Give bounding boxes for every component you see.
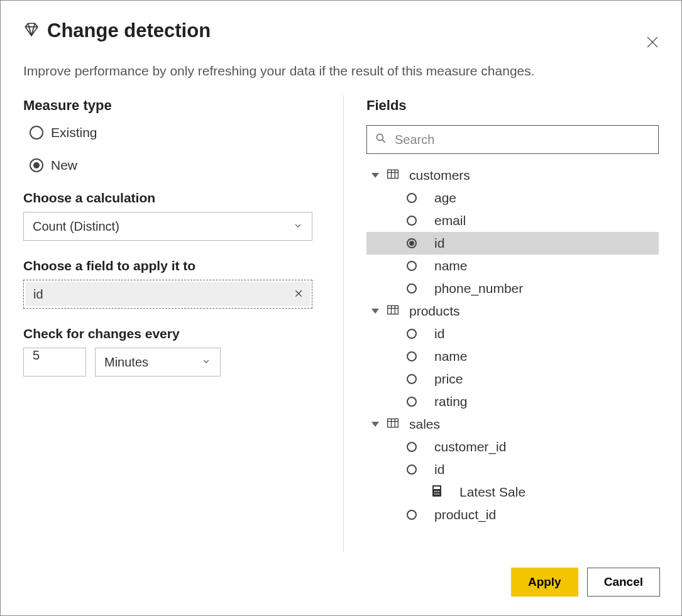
svg-point-27 <box>438 491 439 492</box>
field-bullet-icon <box>407 329 417 339</box>
dialog-subtitle: Improve performance by only refreshing y… <box>23 63 659 79</box>
table-row[interactable]: customers <box>366 164 659 187</box>
field-bullet-icon <box>407 238 417 248</box>
field-name: id <box>434 236 444 251</box>
field-bullet-icon <box>407 374 417 384</box>
calculation-select[interactable]: Count (Distinct) <box>23 212 312 241</box>
field-row[interactable]: id <box>366 232 659 255</box>
radio-new[interactable]: New <box>30 158 321 173</box>
field-row[interactable]: name <box>366 345 659 368</box>
interval-value-input[interactable]: 5 <box>23 348 86 377</box>
field-bullet-icon <box>407 465 417 475</box>
field-bullet-icon <box>407 216 417 226</box>
field-name: customer_id <box>434 439 506 454</box>
cancel-button[interactable]: Cancel <box>587 568 660 597</box>
field-row[interactable]: id <box>366 458 659 481</box>
svg-point-29 <box>436 493 437 495</box>
field-bullet-icon <box>407 510 417 520</box>
field-bullet-icon <box>407 193 417 203</box>
radio-label: Existing <box>51 125 97 140</box>
svg-point-30 <box>438 493 439 495</box>
svg-rect-11 <box>388 170 399 178</box>
svg-rect-24 <box>434 487 440 489</box>
radio-existing[interactable]: Existing <box>30 125 321 140</box>
left-panel: Measure type Existing New Choose a calcu… <box>23 95 344 553</box>
collapse-icon <box>371 309 379 314</box>
field-bullet-icon <box>407 442 417 452</box>
table-name: sales <box>409 417 440 432</box>
fields-panel: Fields customersageemailidnamephone_numb… <box>344 95 659 553</box>
table-row[interactable]: sales <box>366 413 659 436</box>
table-icon <box>387 168 399 183</box>
apply-button[interactable]: Apply <box>511 568 578 597</box>
measure-type-radios: Existing New <box>30 125 321 173</box>
chevron-down-icon <box>201 355 211 370</box>
svg-point-25 <box>434 491 436 492</box>
dialog-footer: Apply Cancel <box>1 553 681 615</box>
field-name: id <box>434 462 444 477</box>
table-icon <box>387 417 399 432</box>
field-row[interactable]: Latest Sale <box>366 481 659 503</box>
chevron-down-icon <box>293 219 303 234</box>
calculation-value: Count (Distinct) <box>33 219 119 234</box>
svg-rect-19 <box>388 419 399 427</box>
field-name: phone_number <box>434 281 523 296</box>
interval-unit-select[interactable]: Minutes <box>95 348 221 377</box>
field-row[interactable]: email <box>366 209 659 232</box>
interval-unit-value: Minutes <box>104 355 148 370</box>
radio-icon <box>30 126 43 140</box>
fields-search[interactable] <box>366 125 659 154</box>
field-name: Latest Sale <box>459 485 525 500</box>
table-name: customers <box>409 168 470 183</box>
measure-type-label: Measure type <box>23 97 321 114</box>
dialog-title: Change detection <box>47 19 211 42</box>
check-interval-label: Check for changes every <box>23 326 321 341</box>
field-row[interactable]: product_id <box>366 503 659 526</box>
apply-field-dropzone[interactable]: id <box>23 280 312 309</box>
apply-field-label: Choose a field to apply it to <box>23 258 321 273</box>
field-name: product_id <box>434 507 496 522</box>
field-name: price <box>434 371 463 387</box>
field-row[interactable]: price <box>366 368 659 390</box>
field-row[interactable]: customer_id <box>366 436 659 458</box>
field-row[interactable]: name <box>366 255 659 277</box>
apply-field-chip: id <box>26 282 310 306</box>
field-name: name <box>434 349 468 364</box>
field-bullet-icon <box>407 397 417 407</box>
change-detection-dialog: Change detection Improve performance by … <box>0 0 682 616</box>
fields-tree[interactable]: customersageemailidnamephone_numberprodu… <box>366 164 659 553</box>
fields-search-input[interactable] <box>393 132 651 148</box>
field-name: age <box>434 190 456 206</box>
field-bullet-icon <box>407 283 417 294</box>
svg-point-9 <box>377 134 383 140</box>
radio-icon <box>30 158 43 172</box>
measure-icon <box>432 485 442 500</box>
field-name: id <box>434 326 444 341</box>
svg-point-28 <box>434 493 436 495</box>
field-row[interactable]: age <box>366 187 659 209</box>
table-name: products <box>409 304 460 319</box>
collapse-icon <box>371 422 379 427</box>
field-bullet-icon <box>407 261 417 271</box>
apply-field-value: id <box>33 287 43 302</box>
close-button[interactable] <box>645 35 660 52</box>
field-name: name <box>434 258 468 273</box>
collapse-icon <box>371 173 379 178</box>
radio-label: New <box>51 158 77 173</box>
fields-label: Fields <box>366 97 659 114</box>
field-bullet-icon <box>407 351 417 361</box>
field-name: email <box>434 213 466 228</box>
field-row[interactable]: id <box>366 322 659 345</box>
svg-line-10 <box>382 140 385 143</box>
svg-point-26 <box>436 491 437 492</box>
field-row[interactable]: rating <box>366 390 659 413</box>
table-row[interactable]: products <box>366 300 659 322</box>
field-row[interactable]: phone_number <box>366 277 659 300</box>
search-icon <box>375 132 387 147</box>
diamond-icon <box>23 21 40 40</box>
table-icon <box>387 304 399 319</box>
svg-rect-15 <box>388 305 399 314</box>
calculation-label: Choose a calculation <box>23 190 321 206</box>
remove-field-button[interactable] <box>294 287 304 302</box>
field-name: rating <box>434 394 468 409</box>
